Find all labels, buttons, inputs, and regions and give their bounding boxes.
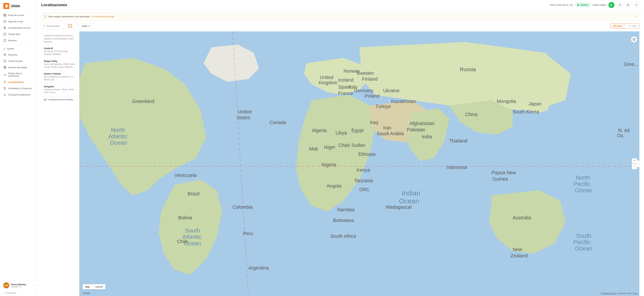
svg-text:Gree...: Gree... — [624, 62, 638, 67]
keyboard-shortcuts-link[interactable]: Keyboard shortcuts — [601, 292, 616, 294]
svg-text:Sweden: Sweden — [357, 71, 374, 76]
map-view-label: Mapa — [617, 25, 622, 27]
svg-marker-18 — [578, 4, 579, 6]
user-name: Ginny Weasley — [11, 283, 30, 286]
location-address: DK Senza, 47170 Puchong Selangor, Malays… — [44, 50, 76, 56]
sidebar-item-time-tracking[interactable]: Control horario — [0, 58, 36, 64]
start-timer-button[interactable] — [608, 2, 614, 8]
svg-text:Australia: Australia — [513, 215, 531, 220]
svg-text:United: United — [238, 109, 252, 114]
help-button[interactable] — [625, 2, 631, 8]
list-icon — [628, 25, 631, 27]
search-dropdown-button[interactable]: ▾ — [68, 24, 72, 28]
svg-text:Japan: Japan — [528, 101, 541, 106]
svg-text:Algeria: Algeria — [312, 128, 327, 133]
logo-text: Jibble — [11, 4, 20, 8]
sidebar-item-label: Panel de control — [8, 14, 24, 17]
briefcase-icon — [3, 33, 6, 36]
map-type-map-button[interactable]: Map — [83, 284, 92, 289]
svg-point-12 — [5, 54, 6, 55]
svg-text:South Korea: South Korea — [513, 109, 539, 114]
sidebar-item-reports[interactable]: Informes — [0, 37, 36, 44]
sidebar-item-time-off-vac[interactable]: Tiempo libre y vacaciones — [0, 71, 36, 79]
double-chevron-left-icon: « — [3, 292, 4, 294]
search-box: ▾ — [41, 23, 78, 29]
sidebar-item-dashboard[interactable]: Panel de control — [0, 12, 36, 18]
svg-text:Bolivia: Bolivia — [178, 215, 192, 220]
map-data-text: Map data ©2024 — [618, 292, 632, 294]
close-banner-button[interactable]: × — [635, 15, 636, 18]
sidebar-item-time-off[interactable]: Tiempo libre — [0, 31, 36, 37]
sidebar-divider — [3, 45, 33, 45]
list-view-button[interactable]: Lista — [626, 24, 639, 29]
svg-text:Venezuela: Venezuela — [174, 173, 196, 178]
svg-text:Atlantic: Atlantic — [108, 133, 128, 139]
svg-text:Oc.: Oc. — [617, 133, 625, 138]
sidebar-item-label: Horarios de trabajo — [8, 66, 27, 69]
list-item[interactable]: Diagon Alley Susur Jalil Sejahtera, 4330… — [41, 58, 79, 71]
sidebar-item-get-app[interactable]: Consigue la aplicación — [0, 91, 36, 98]
logo[interactable]: Jibble — [0, 0, 36, 12]
page-title: Localizaciones — [41, 3, 550, 7]
tag-icon — [3, 87, 6, 90]
search-input[interactable] — [47, 25, 67, 27]
svg-text:Brazil: Brazil — [188, 191, 200, 196]
map-bottom-links: Keyboard shortcuts Map data ©2024 Terms — [601, 292, 638, 294]
svg-text:Afghanistan: Afghanistan — [410, 121, 434, 126]
sidebar-item-live[interactable]: Localizaciones en vivo — [0, 25, 36, 31]
svg-point-16 — [4, 81, 5, 82]
app-settings-button[interactable] — [633, 2, 639, 8]
location-address: 461 S California St, Burbank, CA 91505, … — [44, 75, 76, 81]
sidebar-bottom: GW Ginny Weasley Hogwarts Co › — [0, 280, 36, 290]
svg-text:Kazakhstan: Kazakhstan — [391, 99, 416, 104]
svg-rect-13 — [4, 60, 6, 62]
map-type-satellite-button[interactable]: Satellite — [92, 284, 106, 289]
user-info: Ginny Weasley Hogwarts Co — [11, 283, 30, 288]
archived-locations-section[interactable]: Localizaciones archivadas — [41, 96, 79, 103]
info-banner-link[interactable]: Ir a Horarios de trabajo — [91, 15, 114, 18]
svg-text:New: New — [513, 247, 522, 252]
user-settings-button[interactable] — [617, 2, 623, 8]
svg-text:Angola: Angola — [327, 183, 342, 189]
header: Localizaciones Última salida 08:42, Hoy … — [36, 0, 644, 10]
radio-filter-dropdown[interactable]: Radio ▾ — [80, 24, 92, 29]
map-view-button[interactable]: Mapa — [610, 24, 625, 29]
monitor-icon — [3, 60, 6, 63]
svg-text:South: South — [185, 227, 200, 234]
sidebar-item-locations[interactable]: Localizaciones — [0, 79, 36, 85]
settings-section-header[interactable]: ▲ Ajustes — [0, 46, 36, 52]
svg-point-24 — [44, 25, 45, 27]
terms-link[interactable]: Terms — [633, 292, 638, 294]
map-background[interactable]: North Atlantic Ocean South Atlantic Ocea… — [80, 32, 639, 296]
map-expand-button[interactable] — [631, 36, 637, 42]
svg-rect-5 — [4, 15, 5, 16]
user-profile[interactable]: GW Ginny Weasley Hogwarts Co › — [3, 282, 33, 288]
sidebar-item-timesheets[interactable]: Hojas de horas — [0, 18, 36, 25]
svg-text:Colombia: Colombia — [232, 204, 252, 210]
sidebar-item-label: Personas — [8, 54, 18, 56]
chevron-down-icon: ▾ — [88, 25, 90, 27]
file-icon — [3, 39, 6, 42]
location-address: Susur Jalil Sejahtera, 43300 Kuala Lumpu… — [44, 63, 76, 69]
sidebar-item-people[interactable]: Personas — [0, 52, 36, 58]
svg-point-20 — [619, 4, 620, 5]
collapse-button[interactable]: « COLAPSAR — [0, 290, 36, 296]
svg-text:China: China — [465, 112, 478, 117]
content-area: ⓘ Para asignar ubicaciones como geovalla… — [36, 10, 644, 296]
list-item[interactable]: Gringotts Charles de Gaulle – Étoile, 75… — [41, 83, 79, 96]
svg-text:Argentina: Argentina — [248, 265, 269, 270]
svg-text:Guinea: Guinea — [492, 176, 508, 182]
svg-text:Sudan: Sudan — [352, 142, 365, 148]
map-collapse-right-button[interactable]: › — [636, 161, 639, 167]
svg-text:Finland: Finland — [362, 76, 378, 82]
archived-label: Localizaciones archivadas — [48, 98, 73, 101]
chevron-down-icon: ▾ — [70, 25, 70, 27]
sidebar-item-activities[interactable]: Actividades y Proyectos — [0, 85, 36, 91]
list-item[interactable]: Godric's Hollow 461 S California St, Bur… — [41, 71, 79, 83]
sidebar-item-work-schedules[interactable]: Horarios de trabajo — [0, 64, 36, 71]
svg-text:Türkiye: Türkiye — [375, 104, 391, 109]
svg-point-11 — [4, 54, 5, 55]
timer-badge[interactable]: charms — [576, 3, 590, 7]
list-item[interactable]: Castle B DK Senza, 47170 Puchong Selango… — [41, 45, 79, 58]
svg-text:Ukraine: Ukraine — [383, 88, 400, 93]
